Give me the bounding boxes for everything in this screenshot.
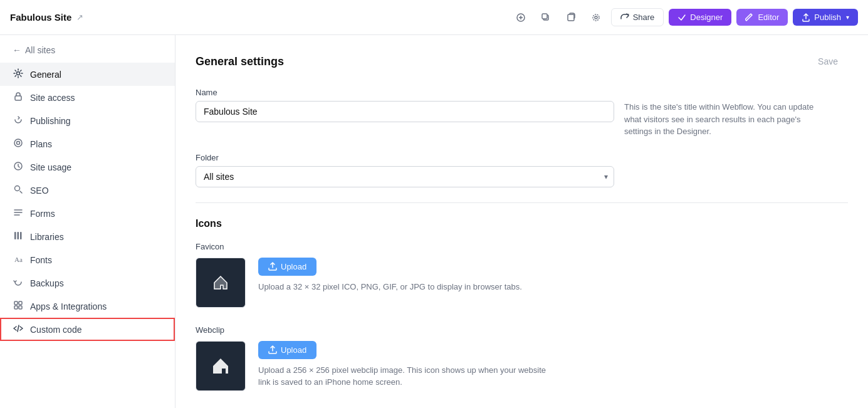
designer-button[interactable]: Designer xyxy=(669,9,731,26)
sidebar-item-publishing[interactable]: Publishing xyxy=(0,109,175,132)
svg-point-7 xyxy=(17,142,20,145)
sidebar-item-libraries[interactable]: Libraries xyxy=(0,225,175,248)
publish-button[interactable]: Publish ▾ xyxy=(793,9,858,26)
svg-point-9 xyxy=(15,186,20,191)
name-field-group: Name This is the site's title within Web… xyxy=(196,88,848,138)
publish-chevron-icon: ▾ xyxy=(846,14,849,21)
save-button[interactable]: Save xyxy=(808,53,848,70)
svg-rect-14 xyxy=(14,301,18,305)
folder-select[interactable]: All sites xyxy=(196,166,614,187)
main-layout: ← All sites General Site access Publishi… xyxy=(0,35,868,408)
folder-select-wrapper: All sites ▾ xyxy=(196,166,614,187)
name-label: Name xyxy=(196,88,848,97)
sidebar-item-apps-integrations[interactable]: Apps & Integrations xyxy=(0,295,175,318)
svg-rect-11 xyxy=(18,232,19,239)
content-area: General settings Save Name This is the s… xyxy=(175,35,868,408)
custom-code-icon xyxy=(13,323,24,335)
share-button[interactable]: Share xyxy=(611,8,664,26)
sidebar-item-site-access[interactable]: Site access xyxy=(0,86,175,109)
editor-label: Editor xyxy=(758,13,779,22)
duplicate-icon-btn[interactable] xyxy=(536,8,556,28)
webclip-upload-button[interactable]: Upload xyxy=(258,341,316,359)
sidebar-item-backups[interactable]: Backups xyxy=(0,271,175,295)
favicon-label: Favicon xyxy=(196,242,848,251)
name-input[interactable] xyxy=(196,101,614,122)
copy-icon-btn[interactable] xyxy=(561,8,581,28)
sidebar-item-libraries-label: Libraries xyxy=(30,232,64,242)
svg-rect-12 xyxy=(20,232,22,239)
sidebar-item-custom-code-label: Custom code xyxy=(30,325,81,335)
sidebar: ← All sites General Site access Publishi… xyxy=(0,35,175,408)
plans-icon xyxy=(13,138,24,150)
svg-point-4 xyxy=(17,72,20,75)
sidebar-item-publishing-label: Publishing xyxy=(30,116,71,126)
svg-rect-5 xyxy=(15,96,21,100)
folder-field-group: Folder All sites ▾ xyxy=(196,153,848,187)
webclip-row: Upload Upload a 256 × 256 pixel webclip … xyxy=(196,341,848,391)
all-sites-back[interactable]: ← All sites xyxy=(0,40,175,60)
svg-rect-17 xyxy=(19,306,22,309)
name-hint: This is the site's title within Webflow.… xyxy=(624,101,825,138)
sidebar-item-general-label: General xyxy=(30,70,61,80)
general-icon xyxy=(13,68,24,80)
webclip-upload-label: Upload xyxy=(281,345,306,355)
section-title: General settings xyxy=(196,55,284,68)
publishing-icon xyxy=(13,115,24,127)
sidebar-item-site-usage[interactable]: Site usage xyxy=(0,155,175,179)
publish-label: Publish xyxy=(814,13,841,22)
backups-icon xyxy=(13,277,24,289)
designer-label: Designer xyxy=(690,13,723,22)
sidebar-item-backups-label: Backups xyxy=(30,278,64,288)
section-divider xyxy=(196,202,848,203)
apps-integrations-icon xyxy=(13,300,24,312)
favicon-preview xyxy=(196,258,246,308)
sidebar-item-seo[interactable]: SEO xyxy=(0,179,175,202)
webclip-upload-content: Upload Upload a 256 × 256 pixel webclip … xyxy=(258,341,546,389)
settings-icon-btn[interactable] xyxy=(586,8,606,28)
icons-section-title: Icons xyxy=(196,218,848,229)
webclip-section: Webclip Upload Upload a 256 × 256 pixel … xyxy=(196,325,848,391)
sidebar-item-site-access-label: Site access xyxy=(30,93,75,103)
sidebar-item-plans-label: Plans xyxy=(30,139,52,149)
svg-rect-15 xyxy=(19,301,22,305)
svg-text:Aa: Aa xyxy=(14,256,23,263)
webclip-preview xyxy=(196,341,246,391)
sidebar-item-plans[interactable]: Plans xyxy=(0,132,175,155)
sidebar-item-apps-integrations-label: Apps & Integrations xyxy=(30,301,107,311)
favicon-row: Upload Upload a 32 × 32 pixel ICO, PNG, … xyxy=(196,258,848,308)
editor-button[interactable]: Editor xyxy=(736,9,788,26)
sidebar-item-fonts[interactable]: Aa Fonts xyxy=(0,248,175,271)
svg-point-6 xyxy=(14,139,22,147)
site-access-icon xyxy=(13,92,24,103)
site-title: Fabulous Site xyxy=(10,12,71,23)
seo-icon xyxy=(13,184,24,196)
fonts-icon: Aa xyxy=(13,254,24,266)
favicon-desc: Upload a 32 × 32 pixel ICO, PNG, GIF, or… xyxy=(258,281,522,293)
sidebar-item-seo-label: SEO xyxy=(30,186,49,196)
webclip-desc: Upload a 256 × 256 pixel webclip image. … xyxy=(258,364,546,389)
external-link-icon[interactable]: ↗ xyxy=(76,13,83,22)
svg-rect-2 xyxy=(542,14,547,19)
folder-label: Folder xyxy=(196,153,848,162)
preview-icon-btn[interactable] xyxy=(511,8,531,28)
content-header: General settings Save xyxy=(196,53,848,70)
sidebar-item-forms[interactable]: Forms xyxy=(0,202,175,225)
sidebar-item-site-usage-label: Site usage xyxy=(30,162,71,172)
header-actions: Share Designer Editor Publish ▾ xyxy=(511,8,858,28)
libraries-icon xyxy=(13,231,24,243)
favicon-upload-content: Upload Upload a 32 × 32 pixel ICO, PNG, … xyxy=(258,258,522,293)
back-label: All sites xyxy=(25,45,55,55)
site-usage-icon xyxy=(13,161,24,173)
header: Fabulous Site ↗ Share Designer Editor xyxy=(0,0,868,35)
favicon-upload-button[interactable]: Upload xyxy=(258,258,316,276)
share-label: Share xyxy=(633,13,655,22)
sidebar-item-fonts-label: Fonts xyxy=(30,255,52,265)
favicon-section: Favicon Upload Upload a 32 × 32 pixel IC… xyxy=(196,242,848,308)
back-arrow-icon: ← xyxy=(13,45,21,55)
forms-icon xyxy=(13,207,24,219)
favicon-upload-label: Upload xyxy=(281,262,306,271)
sidebar-item-general[interactable]: General xyxy=(0,63,175,86)
sidebar-item-custom-code[interactable]: Custom code xyxy=(0,318,175,341)
svg-rect-16 xyxy=(14,306,18,309)
header-left: Fabulous Site ↗ xyxy=(10,12,511,23)
